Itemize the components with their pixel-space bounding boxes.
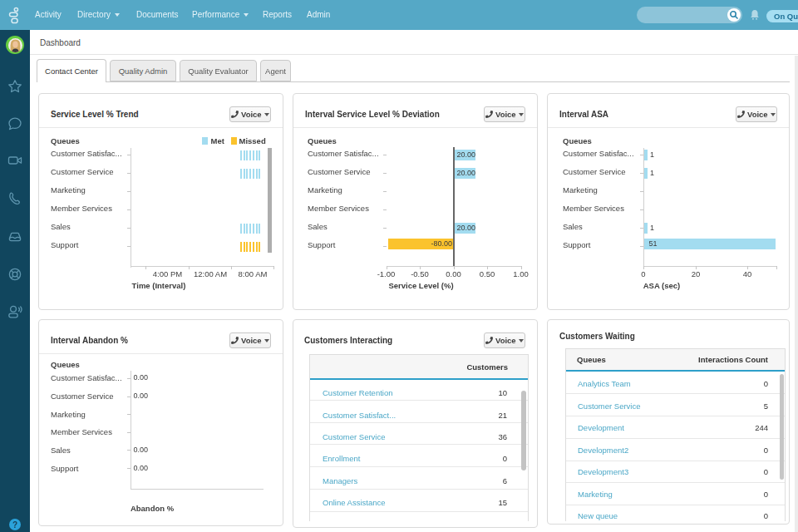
svg-text:?: ? [12,520,17,530]
